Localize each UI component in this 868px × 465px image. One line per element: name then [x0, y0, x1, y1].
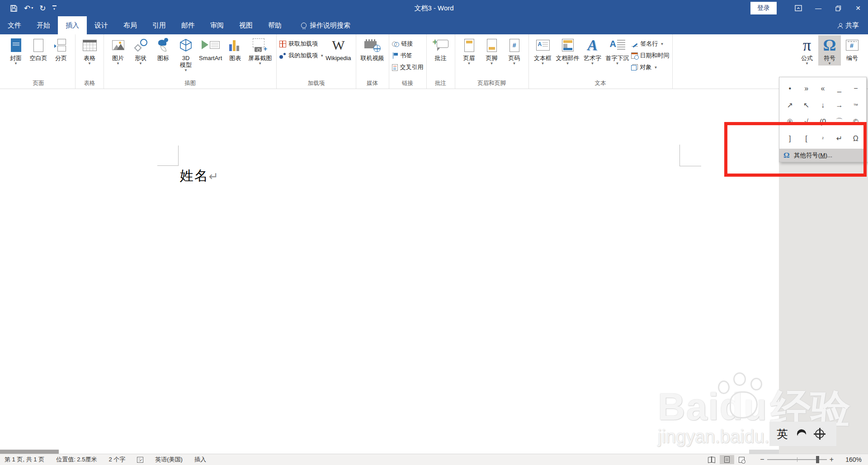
symbol-cell[interactable]: → — [831, 97, 847, 113]
save-icon[interactable] — [10, 5, 18, 12]
tab-layout[interactable]: 布局 — [116, 16, 145, 34]
language-indicator[interactable]: 英语(美国) — [155, 456, 183, 464]
dropdown-caret-icon: ▼ — [258, 62, 262, 66]
restore-button[interactable] — [828, 0, 848, 16]
minimize-button[interactable]: — — [808, 0, 828, 16]
footer-button[interactable]: 页脚▼ — [481, 35, 503, 66]
number-button[interactable]: 编号 — [841, 35, 863, 61]
tab-view[interactable]: 视图 — [231, 16, 260, 34]
word-count[interactable]: 2 个字 — [108, 456, 125, 464]
tab-home[interactable]: 开始 — [29, 16, 58, 34]
web-layout-button[interactable] — [734, 456, 749, 464]
link-button[interactable]: 链接 — [392, 39, 424, 48]
page-indicator[interactable]: 第 1 页, 共 1 页 — [5, 456, 44, 464]
screenshot-button[interactable]: + 屏幕截图▼ — [246, 35, 274, 66]
document-text-line[interactable]: 姓名↵ — [180, 167, 218, 185]
chart-button[interactable]: 图表 — [224, 35, 246, 61]
ime-fullwidth-moon-icon[interactable] — [796, 428, 807, 439]
text-box-button[interactable]: 文本框▼ — [532, 35, 554, 66]
dropdown-caret-icon: ▼ — [139, 62, 142, 66]
object-button[interactable]: 对象 ▼ — [631, 63, 670, 72]
page-number-button[interactable]: # 页码▼ — [503, 35, 526, 66]
cover-page-button[interactable]: 封面▼ — [5, 35, 27, 66]
more-symbols-menu-item[interactable]: Ω 其他符号(M)... — [779, 149, 866, 162]
symbol-cell[interactable]: − — [848, 80, 864, 97]
ime-language-indicator[interactable]: 英 — [777, 427, 788, 442]
symbol-cell[interactable]: ↵ — [831, 130, 847, 147]
tab-design[interactable]: 设计 — [87, 16, 116, 34]
print-layout-button[interactable] — [720, 455, 734, 464]
cross-reference-button[interactable]: 交叉引用 — [392, 63, 424, 72]
ribbon-display-options-icon[interactable] — [788, 0, 808, 16]
cover-page-icon — [11, 38, 21, 52]
get-addins-button[interactable]: 获取加载项 — [279, 39, 324, 48]
zoom-slider[interactable] — [767, 456, 827, 463]
customize-quick-access-icon[interactable]: ▾ — [52, 5, 57, 11]
tab-mailings[interactable]: 邮件 — [174, 16, 203, 34]
symbol-cell[interactable]: ® — [782, 113, 798, 130]
symbol-cell[interactable]: © — [848, 113, 864, 130]
share-button[interactable]: 共享 — [838, 16, 868, 34]
bookmark-button[interactable]: 书签 — [392, 51, 424, 60]
blank-page-button[interactable]: 空白页 — [27, 35, 50, 61]
tab-file[interactable]: 文件 — [0, 16, 29, 34]
undo-dropdown-icon[interactable]: ▾ — [31, 6, 33, 10]
read-mode-button[interactable] — [703, 456, 720, 464]
symbol-cell[interactable]: [ — [798, 130, 814, 147]
insert-mode-indicator[interactable]: 插入 — [194, 456, 206, 464]
pictures-button[interactable]: 图片▼ — [107, 35, 129, 66]
ime-settings-gear-icon[interactable] — [815, 429, 824, 438]
symbol-cell[interactable]: ™ — [848, 97, 864, 113]
symbol-cell[interactable]: ↗ — [782, 97, 798, 113]
drop-cap-button[interactable]: 首字下沉▼ — [604, 35, 631, 66]
zoom-in-button[interactable]: + — [827, 456, 836, 464]
tab-references[interactable]: 引用 — [145, 16, 174, 34]
redo-button[interactable]: ↻ — [39, 5, 46, 12]
icons-button[interactable]: 图标 — [152, 35, 175, 61]
proofing-status-icon[interactable] — [137, 457, 143, 463]
dropdown-caret-icon: ▼ — [566, 62, 570, 66]
tab-help[interactable]: 帮助 — [260, 16, 289, 34]
header-button[interactable]: 页眉▼ — [458, 35, 481, 66]
symbol-cell[interactable]: Ω — [848, 130, 864, 147]
zoom-out-button[interactable]: − — [757, 456, 767, 464]
signature-line-button[interactable]: 签名行 ▼ — [631, 39, 670, 48]
tab-review[interactable]: 审阅 — [203, 16, 231, 34]
title-bar: ↶▾ ↻ ▾ 文档3 - Word 登录 — ✕ — [0, 0, 868, 16]
table-button[interactable]: 表格▼ — [78, 35, 101, 66]
quick-parts-button[interactable]: 文档部件▼ — [554, 35, 581, 66]
shapes-button[interactable]: 形状▼ — [129, 35, 152, 66]
symbol-cell[interactable]: » — [798, 80, 814, 97]
page-break-button[interactable]: 分页 — [50, 35, 72, 61]
equation-button[interactable]: π 公式▼ — [796, 35, 818, 66]
date-time-button[interactable]: 日期和时间 — [631, 51, 670, 60]
dropdown-caret-icon: ▼ — [828, 62, 831, 66]
position-indicator[interactable]: 位置值: 2.5厘米 — [56, 456, 97, 464]
wikipedia-button[interactable]: W Wikipedia — [324, 35, 353, 61]
horizontal-scrollbar-thumb[interactable] — [0, 450, 59, 454]
symbol-cell[interactable]: _ — [831, 80, 847, 97]
symbol-cell[interactable]: • — [782, 80, 798, 97]
3d-models-button[interactable]: 3D 模型▼ — [175, 35, 197, 72]
comment-button[interactable]: + 批注 — [429, 35, 452, 61]
tab-insert[interactable]: 插入 — [58, 16, 87, 34]
symbol-cell[interactable]: ⌒ — [831, 113, 847, 130]
symbol-cell[interactable]: ↖ — [798, 97, 814, 113]
symbol-cell[interactable]: (0 — [815, 113, 831, 130]
symbol-button[interactable]: Ω 符号▼ — [818, 35, 841, 66]
tell-me-search[interactable]: 操作说明搜索 — [301, 16, 350, 34]
my-addins-button[interactable]: 我的加载项 ▼ — [279, 51, 324, 60]
undo-button[interactable]: ↶▾ — [24, 5, 33, 12]
wordart-button[interactable]: A 艺术字▼ — [581, 35, 604, 66]
symbol-cell[interactable]: ] — [782, 130, 798, 147]
symbol-cell[interactable]: ↓ — [815, 97, 831, 113]
online-video-button[interactable]: 联机视频 — [359, 35, 386, 61]
symbol-cell[interactable]: « — [815, 80, 831, 97]
symbol-cell[interactable]: √ — [798, 113, 814, 130]
zoom-slider-thumb[interactable] — [816, 456, 819, 463]
symbol-cell[interactable]: ² — [815, 130, 831, 147]
zoom-percentage[interactable]: 160% — [838, 456, 862, 463]
smartart-button[interactable]: SmartArt — [197, 35, 224, 61]
close-button[interactable]: ✕ — [848, 0, 868, 16]
sign-in-button[interactable]: 登录 — [750, 2, 777, 14]
